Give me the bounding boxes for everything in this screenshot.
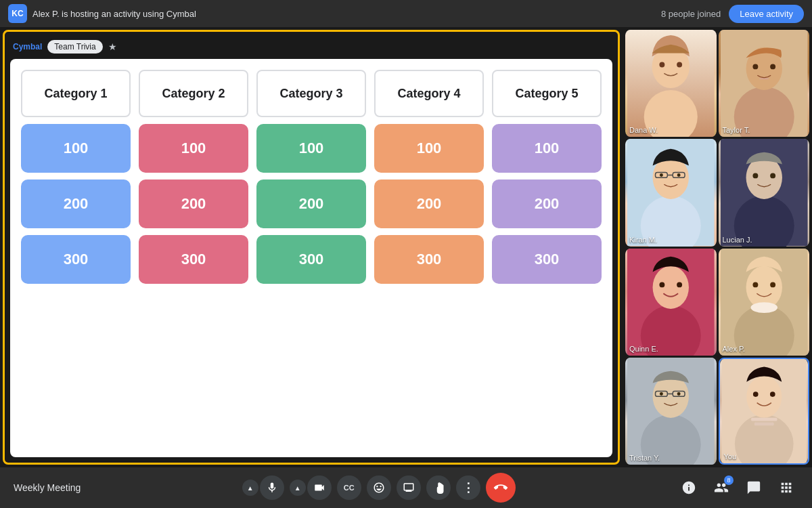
score-tile-2-200[interactable]: 200 <box>139 179 248 228</box>
camera-group: ▲ <box>290 475 332 500</box>
score-tile-4-100[interactable]: 100 <box>374 124 484 173</box>
tab-cymbal[interactable]: Cymbal <box>13 42 42 51</box>
chat-button[interactable] <box>742 475 766 500</box>
svg-point-17 <box>660 173 663 177</box>
trivia-board: Category 1 100 200 300 Category 2 100 20… <box>10 59 612 457</box>
svg-rect-48 <box>750 418 777 421</box>
score-tile-5-300[interactable]: 300 <box>492 235 602 284</box>
score-tile-1-200[interactable]: 200 <box>21 179 131 228</box>
category-header-5: Category 5 <box>492 70 602 117</box>
svg-point-45 <box>746 376 782 418</box>
info-button[interactable] <box>677 475 701 500</box>
raise-hand-button[interactable] <box>426 475 451 500</box>
face-taylor <box>719 30 810 137</box>
trivia-grid: Category 1 100 200 300 Category 2 100 20… <box>21 70 602 446</box>
category-header-4: Category 4 <box>374 70 484 117</box>
svg-point-26 <box>653 266 689 308</box>
svg-point-46 <box>752 391 758 397</box>
top-bar-right: 8 people joined Leave activity <box>661 5 804 23</box>
mic-chevron-button[interactable]: ▲ <box>242 480 258 496</box>
camera-chevron-button[interactable]: ▲ <box>290 480 306 496</box>
activities-button[interactable] <box>774 475 798 500</box>
present-button[interactable] <box>397 475 421 500</box>
score-tile-2-100[interactable]: 100 <box>139 124 248 173</box>
svg-point-23 <box>770 173 775 179</box>
svg-point-18 <box>677 173 681 177</box>
video-name-dana: Dana W. <box>629 126 658 134</box>
video-name-quinn: Quinn E. <box>629 345 658 353</box>
leave-activity-button[interactable]: Leave activity <box>729 5 804 23</box>
svg-point-42 <box>677 392 681 396</box>
category-header-2: Category 2 <box>139 70 248 117</box>
face-quinn <box>625 249 717 356</box>
video-tile-quinn: Quinn E. <box>625 249 717 356</box>
svg-point-22 <box>752 173 758 179</box>
video-tile-dana: Dana W. <box>625 30 717 137</box>
score-tile-5-200[interactable]: 200 <box>492 179 602 228</box>
participants-button[interactable]: 8 <box>709 475 734 500</box>
svg-point-28 <box>677 282 682 287</box>
category-header-1: Category 1 <box>21 70 131 117</box>
favorite-star-icon[interactable]: ★ <box>108 41 117 52</box>
svg-point-32 <box>752 282 758 287</box>
bottom-bar: Weekly Meeting ▲ ▲ CC <box>0 467 812 508</box>
score-tile-3-200[interactable]: 200 <box>256 179 366 228</box>
trivia-column-5: Category 5 100 200 300 <box>492 70 602 446</box>
face-lucian <box>719 139 810 246</box>
microphone-button[interactable] <box>260 475 284 500</box>
svg-point-41 <box>660 392 663 396</box>
svg-point-4 <box>677 62 682 67</box>
video-tile-alex: Alex P. <box>719 249 810 356</box>
trivia-column-2: Category 2 100 200 300 <box>139 70 248 446</box>
top-bar-left: KC Alex P. is hosting an activity using … <box>8 4 196 23</box>
video-name-taylor: Taylor T. <box>723 126 750 134</box>
video-name-you: You <box>724 452 737 461</box>
emoji-button[interactable] <box>367 475 391 500</box>
tab-team-trivia[interactable]: Team Trivia <box>47 40 102 54</box>
svg-point-3 <box>659 62 664 67</box>
face-kiran <box>625 139 717 246</box>
face-alex <box>719 249 810 356</box>
camera-button[interactable] <box>307 475 332 500</box>
svg-point-33 <box>770 282 775 287</box>
svg-point-9 <box>770 64 775 69</box>
video-tile-kiran: Kiran M. <box>625 139 717 246</box>
participants-badge: 8 <box>724 475 734 485</box>
activity-tabs: Cymbal Team Trivia ★ <box>10 37 612 59</box>
meeting-title: Weekly Meeting <box>14 482 81 493</box>
video-name-kiran: Kiran M. <box>629 236 657 244</box>
svg-point-21 <box>746 156 782 199</box>
trivia-column-3: Category 3 100 200 300 <box>256 70 366 446</box>
video-panel: Dana W. <box>623 27 812 467</box>
score-tile-1-300[interactable]: 300 <box>21 235 131 284</box>
score-tile-4-300[interactable]: 300 <box>374 235 484 284</box>
score-tile-4-200[interactable]: 200 <box>374 179 484 228</box>
score-tile-2-300[interactable]: 300 <box>139 235 248 284</box>
video-name-alex: Alex P. <box>723 345 745 353</box>
face-tristan <box>625 358 717 465</box>
video-tile-taylor: Taylor T. <box>719 30 810 137</box>
end-call-button[interactable] <box>486 473 516 503</box>
score-tile-3-300[interactable]: 300 <box>256 235 366 284</box>
score-tile-3-100[interactable]: 100 <box>256 124 366 173</box>
video-name-tristan: Tristan Y. <box>629 454 660 462</box>
svg-point-47 <box>769 391 775 397</box>
captions-button[interactable]: CC <box>337 475 361 500</box>
score-tile-1-100[interactable]: 100 <box>21 124 131 173</box>
video-tile-lucian: Lucian J. <box>719 139 810 246</box>
svg-point-8 <box>752 64 758 69</box>
more-options-button[interactable]: ⋮ <box>456 475 480 500</box>
mic-group: ▲ <box>242 475 284 500</box>
top-bar: KC Alex P. is hosting an activity using … <box>0 0 812 27</box>
host-text: Alex P. is hosting an activity using Cym… <box>32 9 196 19</box>
face-you <box>720 359 809 463</box>
svg-point-27 <box>659 282 664 287</box>
video-tile-you: You <box>719 358 810 465</box>
video-tile-tristan: Tristan Y. <box>625 358 717 465</box>
main-content: Cymbal Team Trivia ★ Category 1 100 200 … <box>0 27 812 467</box>
video-name-lucian: Lucian J. <box>723 236 752 244</box>
score-tile-5-100[interactable]: 100 <box>492 124 602 173</box>
logo-icon: KC <box>8 4 27 23</box>
trivia-column-1: Category 1 100 200 300 <box>21 70 131 446</box>
controls-group: ▲ ▲ CC <box>242 473 516 503</box>
